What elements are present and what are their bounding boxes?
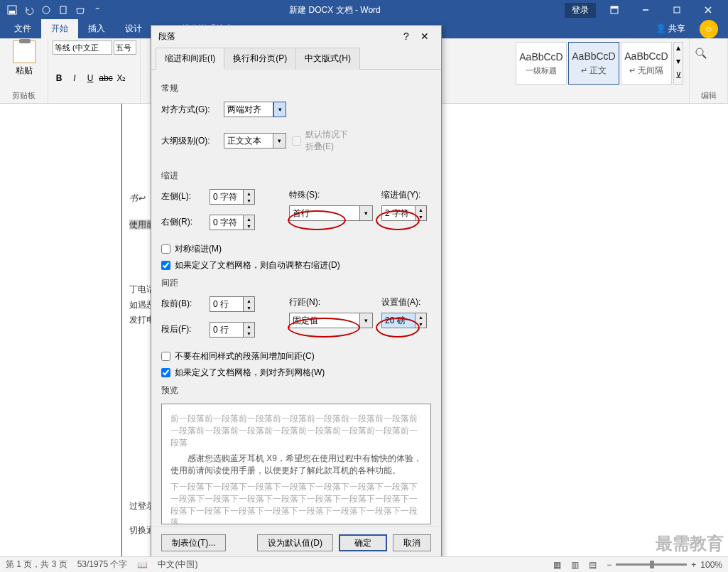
help-button[interactable]: ? <box>397 31 415 42</box>
styles-more-icon[interactable]: ⊻ <box>674 70 683 84</box>
snap-to-grid-checkbox[interactable]: 如果定义了文档网格，则对齐到网格(W) <box>161 367 431 379</box>
page-number[interactable]: 第 1 页，共 3 页 <box>6 558 67 571</box>
editing-group-label: 编辑 <box>694 89 723 101</box>
indent-by-label: 缩进值(Y): <box>381 189 427 201</box>
print-layout-icon[interactable]: ▥ <box>571 560 579 570</box>
paste-button[interactable]: 粘贴 <box>4 41 43 77</box>
find-button[interactable] <box>694 41 723 60</box>
right-indent-label: 右侧(R): <box>161 216 204 228</box>
minimize-icon[interactable] <box>630 0 661 20</box>
line-spacing-label: 行距(N): <box>289 296 374 308</box>
zoom-control[interactable]: − + 100% <box>607 560 722 570</box>
up-icon[interactable]: ▲ <box>244 215 254 222</box>
feedback-icon[interactable]: ☺ <box>700 20 718 38</box>
zoom-in-icon[interactable]: + <box>691 560 696 570</box>
chevron-down-icon[interactable]: ▾ <box>273 133 286 149</box>
redo-icon[interactable] <box>38 2 54 18</box>
down-icon[interactable]: ▼ <box>415 320 426 328</box>
general-section-title: 常规 <box>161 82 431 95</box>
status-bar: 第 1 页，共 3 页 53/1975 个字 📖 中文(中国) ▦ ▥ ▤ − … <box>0 556 728 572</box>
auto-adjust-indent-checkbox[interactable]: 如果定义了文档网格，则自动调整右缩进(D) <box>161 259 431 271</box>
chevron-down-icon[interactable]: ▾ <box>273 102 286 117</box>
mirror-indents-checkbox[interactable]: 对称缩进(M) <box>161 243 431 255</box>
font-name-input[interactable] <box>53 41 112 55</box>
tabs-button[interactable]: 制表位(T)... <box>161 534 226 551</box>
font-group-label <box>53 99 136 101</box>
no-space-same-style-checkbox[interactable]: 不要在相同样式的段落间增加间距(C) <box>161 350 431 362</box>
login-button[interactable]: 登录 <box>565 3 596 18</box>
tab-home[interactable]: 开始 <box>41 19 78 38</box>
outline-level-label: 大纲级别(O): <box>161 135 218 147</box>
dialog-body: 常规 对齐方式(G): ▾ 大纲级别(O): ▾ 默认情况下折叠(E) 缩进 左… <box>151 70 441 527</box>
zoom-slider[interactable] <box>616 563 687 566</box>
undo-icon[interactable] <box>21 2 37 18</box>
style-normal[interactable]: AaBbCcD↵ 正文 <box>568 42 619 85</box>
style-nospacing[interactable]: AaBbCcD↵ 无间隔 <box>621 42 672 85</box>
window-title: 新建 DOCX 文档 - Word <box>105 4 565 16</box>
up-icon[interactable]: ▲ <box>415 313 426 320</box>
line-spacing-combo[interactable]: ▾ <box>289 313 373 328</box>
space-before-spinner[interactable]: ▲▼ <box>210 296 255 312</box>
left-indent-spinner[interactable]: ▲▼ <box>210 189 255 205</box>
outline-level-combo[interactable]: ▾ <box>224 133 286 149</box>
open-icon[interactable] <box>72 2 88 18</box>
tab-asian-typography[interactable]: 中文版式(H) <box>295 48 360 70</box>
up-icon[interactable]: ▲ <box>415 206 426 213</box>
language-status[interactable]: 中文(中国) <box>158 558 197 571</box>
subscript-button[interactable]: X₂ <box>115 72 128 85</box>
tab-file[interactable]: 文件 <box>4 19 41 38</box>
alignment-combo[interactable]: ▾ <box>224 102 286 117</box>
cancel-button[interactable]: 取消 <box>393 534 431 551</box>
up-icon[interactable]: ▲ <box>244 323 254 330</box>
space-after-spinner[interactable]: ▲▼ <box>210 322 255 338</box>
spacing-at-label: 设置值(A): <box>381 296 427 308</box>
chevron-down-icon[interactable]: ▾ <box>360 313 373 328</box>
italic-button[interactable]: I <box>68 72 81 85</box>
svg-line-11 <box>702 55 706 58</box>
up-icon[interactable]: ▲ <box>244 297 254 304</box>
tab-indents-spacing[interactable]: 缩进和间距(I) <box>156 48 224 70</box>
zoom-out-icon[interactable]: − <box>607 560 612 570</box>
set-default-button[interactable]: 设为默认值(D) <box>257 534 333 551</box>
spacing-at-spinner[interactable]: ▲▼ <box>381 313 427 328</box>
close-icon[interactable] <box>692 0 724 20</box>
chevron-down-icon[interactable]: ▾ <box>360 205 373 221</box>
maximize-icon[interactable] <box>661 0 692 20</box>
styles-up-icon[interactable]: ▴ <box>674 43 683 56</box>
underline-button[interactable]: U <box>84 72 97 85</box>
styles-down-icon[interactable]: ▾ <box>674 56 683 70</box>
collapsed-checkbox[interactable]: 默认情况下折叠(E) <box>292 129 349 153</box>
down-icon[interactable]: ▼ <box>415 213 426 220</box>
dialog-titlebar: 段落 ? ✕ <box>151 26 441 47</box>
bold-button[interactable]: B <box>53 72 65 85</box>
tab-design[interactable]: 设计 <box>115 19 152 38</box>
qat-more-icon[interactable]: ⁼ <box>89 2 105 18</box>
ok-button[interactable]: 确定 <box>339 534 387 551</box>
save-icon[interactable] <box>4 2 20 18</box>
new-icon[interactable] <box>55 2 71 18</box>
down-icon[interactable]: ▼ <box>244 330 254 337</box>
zoom-level[interactable]: 100% <box>700 560 722 570</box>
share-button[interactable]: 👤 共享 <box>647 19 694 38</box>
special-indent-combo[interactable]: ▾ <box>289 205 373 221</box>
right-indent-spinner[interactable]: ▲▼ <box>210 215 255 230</box>
word-count[interactable]: 53/1975 个字 <box>77 558 128 571</box>
down-icon[interactable]: ▼ <box>244 304 254 311</box>
up-icon[interactable]: ▲ <box>244 190 254 197</box>
space-before-label: 段前(B): <box>161 298 204 310</box>
font-size-input[interactable] <box>114 41 136 55</box>
style-heading1[interactable]: AaBbCcD一级标题 <box>516 42 567 85</box>
svg-rect-1 <box>9 11 15 14</box>
spell-check-icon[interactable]: 📖 <box>137 560 148 570</box>
indent-by-spinner[interactable]: ▲▼ <box>381 205 427 221</box>
dialog-close-button[interactable]: ✕ <box>415 31 434 42</box>
tab-insert[interactable]: 插入 <box>78 19 115 38</box>
down-icon[interactable]: ▼ <box>244 197 254 204</box>
strikethrough-button[interactable]: abc <box>99 72 112 85</box>
read-mode-icon[interactable]: ▦ <box>553 560 561 570</box>
down-icon[interactable]: ▼ <box>244 222 254 230</box>
tab-line-page-breaks[interactable]: 换行和分页(P) <box>224 48 296 70</box>
web-layout-icon[interactable]: ▤ <box>589 560 597 570</box>
document-margin <box>0 104 122 556</box>
ribbon-options-icon[interactable] <box>599 0 630 20</box>
